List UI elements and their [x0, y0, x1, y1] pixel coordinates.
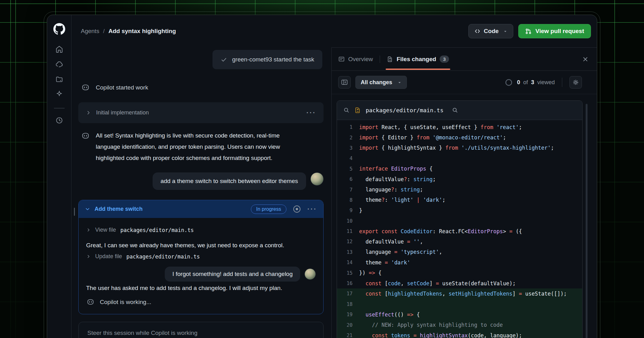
task-started-toast: green-comet93 started the task	[212, 50, 322, 69]
status-badge: In progress	[251, 205, 286, 214]
file-path: packages/editor/main.ts	[366, 107, 443, 113]
line-number: 12	[337, 239, 353, 244]
all-changes-dropdown[interactable]: All changes	[355, 76, 407, 89]
files-panel: Overview Files changed 3	[331, 47, 597, 338]
codespaces-cloud-icon[interactable]	[53, 58, 66, 70]
code-line: 13 language = 'typescript',	[337, 247, 582, 257]
view-pull-request-label: View pull request	[535, 28, 584, 35]
line-number: 13	[337, 249, 353, 255]
history-icon[interactable]	[53, 114, 66, 127]
chevron-down-icon	[503, 29, 507, 33]
code-line: 3import { highlightSyntax } from './util…	[337, 143, 582, 153]
diff-toolbar: All changes 0 of 3 viewed	[332, 71, 597, 94]
line-number: 15	[337, 270, 353, 276]
file-diff-icon	[354, 107, 361, 113]
collapse-file-tree-icon[interactable]	[338, 76, 351, 89]
user-avatar[interactable]	[310, 172, 324, 186]
code-line: 15}) => {	[337, 268, 582, 278]
overview-icon	[338, 56, 345, 62]
code-line: 8 theme?: 'light' | 'dark';	[337, 195, 582, 205]
file-diff-icon	[387, 56, 393, 62]
search-icon[interactable]	[343, 107, 350, 113]
viewed-of: of	[523, 79, 528, 86]
code-line: 1import React, { useState, useEffect } f…	[337, 122, 582, 132]
line-number: 3	[337, 145, 353, 151]
active-tab-underline	[386, 69, 450, 70]
breadcrumb-separator: /	[103, 28, 105, 35]
line-number: 6	[337, 176, 353, 182]
line-number: 2	[337, 135, 353, 141]
copilot-working-row: Copilot is working...	[86, 298, 316, 307]
copilot-message: All set! Syntax highlighting is live wit…	[78, 130, 324, 164]
gear-icon[interactable]	[569, 76, 582, 89]
line-number: 1	[337, 124, 353, 130]
task-card-header[interactable]: Add theme switch In progress ···	[79, 200, 323, 218]
more-options-icon[interactable]: ···	[306, 109, 316, 117]
line-number: 19	[337, 311, 353, 317]
view-pull-request-button[interactable]: View pull request	[518, 24, 591, 38]
code-button-label: Code	[484, 28, 499, 35]
code-line: 12 defaultValue = '',	[337, 236, 582, 247]
user-message-bubble: add a theme switch to switch between edi…	[153, 172, 306, 190]
git-pull-request-icon	[525, 28, 532, 35]
main-area: Agents / Add syntax highlighting Code Vi…	[71, 15, 597, 338]
top-bar: Agents / Add syntax highlighting Code Vi…	[71, 15, 597, 47]
update-file-label: Update file	[95, 253, 122, 260]
code-line: 17 const [highlightedTokens, setHighligh…	[337, 288, 582, 299]
copilot-started-text: Copilot started work	[96, 84, 148, 91]
user-message-bubble: I forgot something! add tests and a chan…	[165, 267, 300, 282]
file-header: packages/editor/main.ts	[337, 101, 582, 120]
user-avatar[interactable]	[305, 268, 316, 280]
chevron-down-icon	[398, 80, 402, 84]
all-changes-label: All changes	[361, 79, 392, 86]
line-number: 17	[337, 291, 353, 297]
more-options-icon[interactable]: ···	[307, 205, 317, 213]
composer-input[interactable]: Steer this session while Copilot is work…	[78, 322, 324, 338]
code-line: 20 // NEW: Apply syntax highlighting to …	[337, 320, 582, 330]
breadcrumb-title: Add syntax highlighting	[108, 28, 176, 35]
code-button[interactable]: Code	[468, 24, 514, 38]
panel-scrollbar[interactable]	[586, 104, 588, 338]
home-icon[interactable]	[53, 43, 66, 56]
update-file-row[interactable]: Update file packages/editor/main.ts	[86, 253, 316, 260]
breadcrumb-section[interactable]: Agents	[81, 28, 99, 35]
project-folder-icon[interactable]	[53, 73, 66, 85]
task-card-title: Add theme switch	[95, 206, 143, 212]
tab-files-changed[interactable]: Files changed 3	[387, 48, 449, 70]
task-card-add-theme-switch: Add theme switch In progress ··· View fi…	[78, 200, 324, 314]
toast-text: green-comet93 started the task	[232, 56, 314, 63]
close-panel-icon[interactable]	[582, 56, 589, 63]
copilot-started-row: Copilot started work	[78, 83, 324, 92]
copilot-avatar-icon	[86, 298, 95, 307]
viewed-suffix: viewed	[537, 79, 555, 86]
copilot-sparkle-icon[interactable]	[53, 88, 66, 100]
code-line: 9}	[337, 205, 582, 215]
chevron-down-icon	[85, 206, 90, 212]
code-line: 4	[337, 153, 582, 163]
tab-overview[interactable]: Overview	[338, 48, 373, 70]
viewed-total: 3	[531, 79, 534, 86]
update-file-path: packages/editor/main.ts	[126, 254, 200, 260]
code-icon	[474, 28, 481, 34]
chevron-right-icon	[86, 254, 91, 259]
task-card-body: View file packages/editor/main.ts Great,…	[79, 218, 323, 314]
chat-scrollbar[interactable]	[74, 208, 75, 216]
stop-icon[interactable]	[293, 205, 301, 213]
initial-implementation-section[interactable]: Initial implementation ···	[78, 102, 324, 123]
view-file-row[interactable]: View file packages/editor/main.ts	[86, 227, 316, 233]
view-file-path: packages/editor/main.ts	[120, 227, 194, 233]
tab-separator	[380, 56, 380, 63]
sidebar	[47, 15, 71, 338]
line-number: 5	[337, 166, 353, 172]
code-line: 11export const CodeEditor: React.FC<Edit…	[337, 226, 582, 236]
app-window: Agents / Add syntax highlighting Code Vi…	[47, 15, 597, 338]
view-file-label: View file	[95, 227, 116, 233]
search-icon[interactable]	[452, 107, 458, 113]
line-number: 21	[337, 332, 353, 338]
line-number: 4	[337, 155, 353, 161]
viewed-current: 0	[517, 79, 520, 86]
github-logo-icon[interactable]	[53, 23, 65, 35]
chevron-right-icon	[86, 228, 91, 232]
copilot-avatar-icon	[81, 83, 90, 92]
code-line: 5interface EditorProps {	[337, 164, 582, 174]
